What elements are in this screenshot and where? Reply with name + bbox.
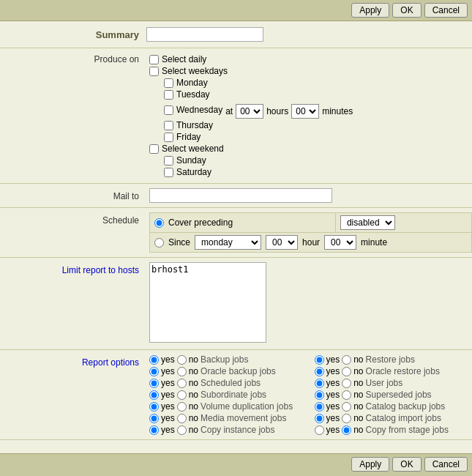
yes-label-r2: yes bbox=[326, 366, 340, 376]
wednesday-checkbox[interactable] bbox=[164, 105, 173, 115]
yes-label-5: yes bbox=[161, 401, 175, 412]
schedule-table: Cover preceding disabled enabled bbox=[149, 212, 472, 253]
monday-checkbox[interactable] bbox=[164, 78, 173, 88]
subordinate-jobs-no[interactable] bbox=[177, 390, 187, 400]
copy-instance-item: yes no Copy instance jobs bbox=[149, 425, 307, 435]
media-movement-yes[interactable] bbox=[149, 414, 159, 423]
media-movement-no[interactable] bbox=[177, 414, 187, 423]
oracle-restore-yes[interactable] bbox=[315, 367, 324, 376]
yes-label-4: yes bbox=[161, 390, 175, 400]
hours-select[interactable]: 000102 bbox=[236, 104, 263, 119]
since-minute-select[interactable]: 00153045 bbox=[324, 235, 356, 250]
volume-dup-no[interactable] bbox=[177, 402, 187, 412]
limit-hosts-label: Limit report to hosts bbox=[0, 262, 146, 275]
select-daily-checkbox[interactable] bbox=[149, 55, 159, 64]
volume-dup-item: yes no Volume duplication jobs bbox=[149, 401, 307, 412]
hour-label: hour bbox=[302, 237, 320, 248]
friday-checkbox[interactable] bbox=[164, 133, 173, 142]
top-toolbar: Apply OK Cancel bbox=[0, 0, 472, 21]
report-options-label: Report options bbox=[0, 354, 146, 368]
top-ok-button[interactable]: OK bbox=[392, 3, 421, 18]
no-label-5: no bbox=[189, 401, 198, 412]
since-day-select[interactable]: mondaytuesdaywednesday thursdayfridaysat… bbox=[195, 235, 261, 250]
select-daily-item: Select daily bbox=[149, 54, 472, 64]
main-content: Summary Produce on Select daily Select w… bbox=[0, 21, 472, 453]
limit-hosts-content bbox=[146, 262, 472, 345]
since-label-text: Since bbox=[168, 237, 190, 248]
schedule-cover-row: Cover preceding disabled enabled bbox=[150, 213, 472, 233]
top-apply-button[interactable]: Apply bbox=[351, 3, 389, 18]
summary-row: Summary bbox=[0, 21, 472, 48]
scheduled-jobs-label: Scheduled jobs bbox=[201, 378, 261, 388]
oracle-restore-no[interactable] bbox=[342, 367, 351, 376]
schedule-row: Schedule Cover preceding disabled bbox=[0, 208, 472, 258]
catalog-backup-yes[interactable] bbox=[315, 402, 324, 412]
limit-hosts-link[interactable]: Limit report to hosts bbox=[62, 265, 139, 275]
copy-instance-no[interactable] bbox=[177, 425, 187, 435]
yes-label-r3: yes bbox=[326, 378, 340, 388]
copy-from-stage-no[interactable] bbox=[342, 425, 351, 435]
subordinate-jobs-label: Subordinate jobs bbox=[201, 390, 266, 400]
bottom-ok-button[interactable]: OK bbox=[392, 457, 421, 472]
report-options-link[interactable]: Report options bbox=[82, 357, 139, 368]
user-jobs-yes[interactable] bbox=[315, 379, 324, 388]
thursday-checkbox[interactable] bbox=[164, 121, 173, 130]
restore-jobs-yes[interactable] bbox=[315, 355, 324, 365]
backup-jobs-no[interactable] bbox=[177, 355, 187, 365]
scheduled-jobs-item: yes no Scheduled jobs bbox=[149, 378, 307, 388]
catalog-backup-item: yes no Catalog backup jobs bbox=[315, 401, 473, 412]
copy-instance-yes[interactable] bbox=[149, 425, 159, 435]
select-weekend-checkbox[interactable] bbox=[149, 144, 159, 154]
since-inner: Since mondaytuesdaywednesday thursdayfri… bbox=[154, 235, 467, 250]
tuesday-label: Tuesday bbox=[176, 89, 210, 100]
oracle-backup-item: yes no Oracle backup jobs bbox=[149, 366, 307, 376]
oracle-restore-item: yes no Oracle restore jobs bbox=[315, 366, 473, 376]
saturday-item: Saturday bbox=[164, 167, 472, 177]
report-options-row: Report options yes no Backup jobs yes no… bbox=[0, 350, 472, 440]
yes-label-1: yes bbox=[161, 354, 175, 365]
mail-to-input[interactable] bbox=[149, 188, 332, 203]
cover-preceding-radio[interactable] bbox=[154, 218, 164, 228]
minutes-label: minutes bbox=[322, 106, 353, 116]
catalog-import-no[interactable] bbox=[342, 414, 351, 423]
select-weekdays-label: Select weekdays bbox=[162, 66, 228, 76]
since-hour-select[interactable]: 000102 bbox=[266, 235, 298, 250]
copy-from-stage-yes[interactable] bbox=[315, 425, 324, 435]
disabled-select[interactable]: disabled enabled bbox=[340, 215, 395, 230]
oracle-backup-yes[interactable] bbox=[149, 367, 159, 376]
scheduled-jobs-no[interactable] bbox=[177, 379, 187, 388]
user-jobs-label: User jobs bbox=[366, 378, 403, 388]
limit-hosts-row: Limit report to hosts bbox=[0, 258, 472, 350]
select-weekdays-checkbox[interactable] bbox=[149, 67, 159, 76]
catalog-import-yes[interactable] bbox=[315, 414, 324, 423]
volume-dup-yes[interactable] bbox=[149, 402, 159, 412]
restore-jobs-no[interactable] bbox=[342, 355, 351, 365]
catalog-backup-no[interactable] bbox=[342, 402, 351, 412]
summary-input[interactable] bbox=[146, 27, 263, 42]
scheduled-jobs-yes[interactable] bbox=[149, 379, 159, 388]
select-weekend-item: Select weekend bbox=[149, 144, 472, 154]
superseded-jobs-yes[interactable] bbox=[315, 390, 324, 400]
catalog-import-item: yes no Catalog import jobs bbox=[315, 413, 473, 423]
subordinate-jobs-yes[interactable] bbox=[149, 390, 159, 400]
tuesday-checkbox[interactable] bbox=[164, 90, 173, 100]
backup-jobs-yes[interactable] bbox=[149, 355, 159, 365]
no-label-r4: no bbox=[353, 390, 363, 400]
user-jobs-no[interactable] bbox=[342, 379, 351, 388]
bottom-apply-button[interactable]: Apply bbox=[351, 457, 389, 472]
bottom-cancel-button[interactable]: Cancel bbox=[424, 457, 468, 472]
since-radio[interactable] bbox=[154, 238, 164, 248]
cover-inner: Cover preceding bbox=[154, 217, 331, 228]
sunday-checkbox[interactable] bbox=[164, 156, 173, 166]
weekdays-list: Monday Tuesday Wednesday at 000102 bbox=[164, 78, 472, 142]
superseded-jobs-no[interactable] bbox=[342, 390, 351, 400]
minutes-select[interactable]: 00153045 bbox=[291, 104, 319, 119]
friday-label: Friday bbox=[176, 132, 201, 142]
mail-to-label: Mail to bbox=[0, 190, 146, 201]
oracle-backup-label: Oracle backup jobs bbox=[201, 366, 276, 376]
hours-label: hours bbox=[266, 106, 288, 116]
top-cancel-button[interactable]: Cancel bbox=[424, 3, 468, 18]
oracle-backup-no[interactable] bbox=[177, 367, 187, 376]
saturday-checkbox[interactable] bbox=[164, 168, 173, 177]
hosts-textarea[interactable] bbox=[149, 262, 266, 343]
